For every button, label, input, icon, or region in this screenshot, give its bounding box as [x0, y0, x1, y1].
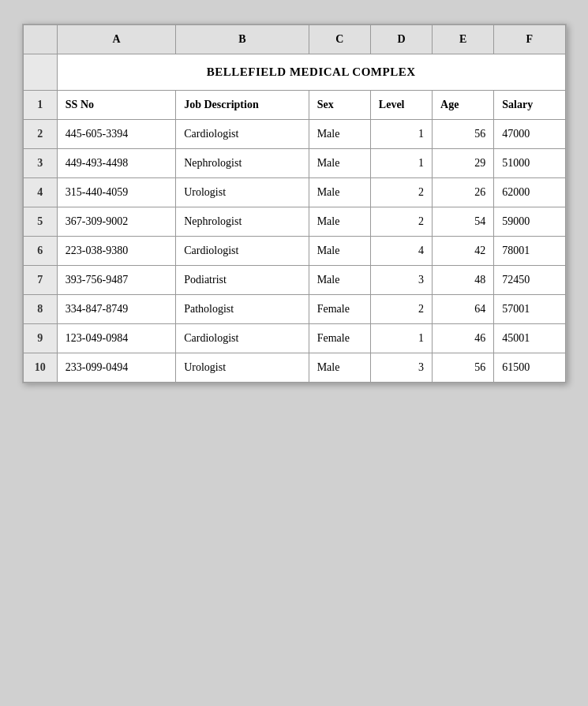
cell-age: 48 — [433, 266, 494, 295]
row-number: 7 — [23, 266, 57, 295]
cell-sex: Female — [309, 295, 370, 324]
row-number: 10 — [23, 353, 57, 383]
cell-age: 56 — [433, 353, 494, 383]
cell-salary: 45001 — [494, 324, 565, 353]
cell-sex: Male — [309, 266, 370, 295]
table-row: 8334-847-8749PathologistFemale26457001 — [23, 295, 565, 324]
cell-level: 4 — [370, 237, 432, 266]
cell-job: Cardiologist — [176, 120, 309, 149]
table-row: 7393-756-9487PodiatristMale34872450 — [23, 266, 565, 295]
cell-ss-no: 233-099-0494 — [57, 353, 175, 383]
cell-job: Pathologist — [176, 295, 309, 324]
cell-age: 54 — [433, 207, 494, 237]
cell-salary: 59000 — [494, 207, 565, 237]
cell-age: 64 — [433, 295, 494, 324]
cell-job: Podiatrist — [176, 266, 309, 295]
cell-ss-no: 367-309-9002 — [57, 207, 175, 237]
row-number: 4 — [23, 178, 57, 207]
cell-salary: 72450 — [494, 266, 565, 295]
col-header-e: E — [433, 25, 494, 54]
cell-sex: Male — [309, 120, 370, 149]
header-row-num: 1 — [23, 91, 57, 120]
cell-age: 26 — [433, 178, 494, 207]
cell-salary: 51000 — [494, 149, 565, 178]
header-job-description: Job Description — [176, 91, 309, 120]
spreadsheet: A B C D E F BELLEFIELD MEDICAL COMPLEX 1… — [22, 24, 567, 383]
cell-level: 1 — [370, 120, 432, 149]
cell-job: Cardiologist — [176, 237, 309, 266]
cell-job: Urologist — [176, 353, 309, 383]
cell-sex: Male — [309, 149, 370, 178]
column-header-row: A B C D E F — [23, 25, 565, 54]
header-age: Age — [433, 91, 494, 120]
cell-job: Urologist — [176, 178, 309, 207]
cell-sex: Male — [309, 178, 370, 207]
cell-level: 2 — [370, 295, 432, 324]
table-row: 3449-493-4498NephrologistMale12951000 — [23, 149, 565, 178]
col-header-d: D — [370, 25, 432, 54]
col-header-c: C — [309, 25, 370, 54]
cell-level: 2 — [370, 178, 432, 207]
table-row: 2445-605-3394CardiologistMale15647000 — [23, 120, 565, 149]
table-row: 5367-309-9002NephrologistMale25459000 — [23, 207, 565, 237]
cell-age: 29 — [433, 149, 494, 178]
cell-ss-no: 315-440-4059 — [57, 178, 175, 207]
row-number: 8 — [23, 295, 57, 324]
table-row: 6223-038-9380CardiologistMale44278001 — [23, 237, 565, 266]
row-number: 3 — [23, 149, 57, 178]
row-number: 6 — [23, 237, 57, 266]
cell-ss-no: 445-605-3394 — [57, 120, 175, 149]
cell-age: 46 — [433, 324, 494, 353]
title-row: BELLEFIELD MEDICAL COMPLEX — [23, 54, 565, 91]
cell-ss-no: 393-756-9487 — [57, 266, 175, 295]
spreadsheet-title: BELLEFIELD MEDICAL COMPLEX — [57, 54, 565, 91]
cell-level: 1 — [370, 324, 432, 353]
cell-level: 3 — [370, 353, 432, 383]
cell-level: 3 — [370, 266, 432, 295]
header-ss-no: SS No — [57, 91, 175, 120]
cell-sex: Male — [309, 353, 370, 383]
cell-sex: Male — [309, 207, 370, 237]
header-salary: Salary — [494, 91, 565, 120]
cell-salary: 62000 — [494, 178, 565, 207]
cell-job: Cardiologist — [176, 324, 309, 353]
col-header-a: A — [57, 25, 175, 54]
col-header-b: B — [176, 25, 309, 54]
cell-level: 1 — [370, 149, 432, 178]
cell-ss-no: 449-493-4498 — [57, 149, 175, 178]
cell-age: 56 — [433, 120, 494, 149]
cell-sex: Female — [309, 324, 370, 353]
cell-ss-no: 334-847-8749 — [57, 295, 175, 324]
col-header-f: F — [494, 25, 565, 54]
cell-salary: 57001 — [494, 295, 565, 324]
cell-ss-no: 223-038-9380 — [57, 237, 175, 266]
cell-sex: Male — [309, 237, 370, 266]
header-level: Level — [370, 91, 432, 120]
row-number: 5 — [23, 207, 57, 237]
cell-salary: 47000 — [494, 120, 565, 149]
cell-level: 2 — [370, 207, 432, 237]
row-number: 9 — [23, 324, 57, 353]
cell-job: Nephrologist — [176, 149, 309, 178]
cell-age: 42 — [433, 237, 494, 266]
cell-salary: 61500 — [494, 353, 565, 383]
column-labels-row: 1 SS No Job Description Sex Level Age Sa… — [23, 91, 565, 120]
cell-job: Nephrologist — [176, 207, 309, 237]
header-sex: Sex — [309, 91, 370, 120]
table-row: 9123-049-0984CardiologistFemale14645001 — [23, 324, 565, 353]
corner-cell — [23, 25, 57, 54]
cell-ss-no: 123-049-0984 — [57, 324, 175, 353]
row-number: 2 — [23, 120, 57, 149]
cell-salary: 78001 — [494, 237, 565, 266]
table-row: 4315-440-4059UrologistMale22662000 — [23, 178, 565, 207]
title-row-num — [23, 54, 57, 91]
table-row: 10233-099-0494UrologistMale35661500 — [23, 353, 565, 383]
